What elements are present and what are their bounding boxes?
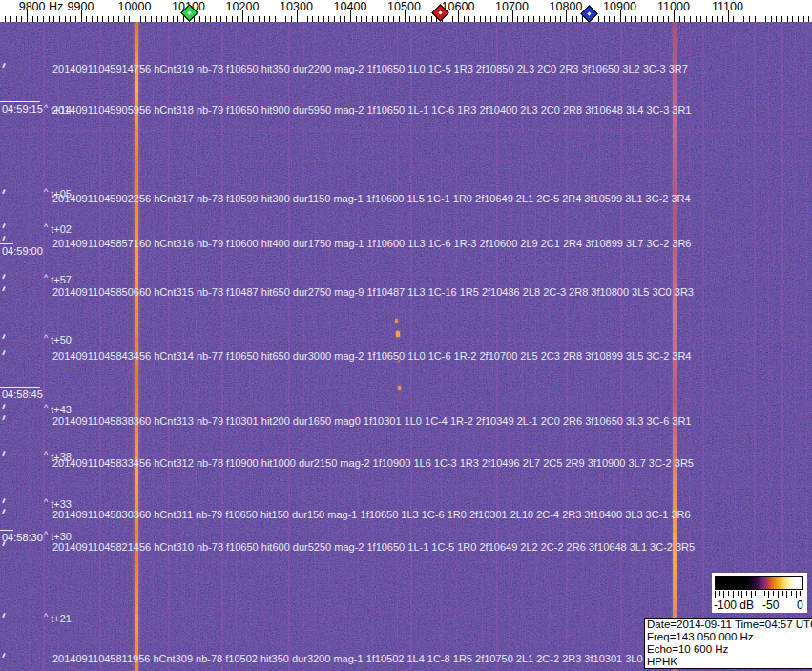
faint-carrier-line (221, 22, 223, 671)
faint-carrier-line (99, 22, 101, 671)
freq-minor-tick (102, 16, 103, 22)
freq-minor-tick (10, 16, 11, 22)
freq-axis-label: 10700 (495, 0, 529, 13)
freq-axis-label: 10900 (603, 0, 636, 13)
freq-minor-tick (167, 16, 168, 22)
freq-minor-tick (70, 16, 71, 22)
db-gradient-bar (715, 576, 803, 590)
freq-minor-tick (259, 16, 260, 22)
faint-carrier-line (620, 22, 622, 671)
faint-carrier-line (522, 22, 523, 671)
freq-minor-tick (733, 16, 734, 22)
freq-minor-tick (684, 16, 685, 22)
faint-noise-band (0, 611, 812, 613)
freq-minor-tick (366, 16, 367, 22)
freq-minor-tick (205, 16, 206, 22)
freq-minor-tick (631, 16, 632, 22)
freq-minor-tick (808, 16, 809, 22)
freq-minor-tick (388, 16, 389, 22)
freq-minor-tick (560, 16, 561, 22)
freq-axis-label: 10500 (387, 0, 421, 13)
freq-minor-tick (216, 16, 217, 22)
freq-minor-tick (145, 16, 146, 22)
freq-minor-tick (43, 16, 44, 22)
status-info-box: Date=2014-09-11 Time=04:57 UTC Freq=143 … (644, 618, 812, 669)
freq-minor-tick (173, 16, 174, 22)
freq-minor-tick (706, 16, 707, 22)
freq-minor-tick (480, 16, 481, 22)
freq-minor-tick (393, 16, 394, 22)
freq-minor-tick (792, 16, 793, 22)
db-scale-tick (778, 591, 779, 598)
freq-minor-tick (323, 16, 324, 22)
faint-noise-band (0, 453, 812, 456)
freq-minor-tick (712, 16, 713, 22)
freq-minor-tick (210, 16, 211, 22)
meteor-echo-blob (398, 360, 400, 363)
faint-carrier-line (566, 22, 568, 671)
faint-noise-band (0, 102, 812, 104)
freq-minor-tick (409, 16, 410, 22)
faint-carrier-line (315, 22, 316, 671)
freq-minor-tick (507, 16, 508, 22)
info-echo: Echo=10 600 Hz (647, 643, 810, 656)
db-scale-tick (728, 591, 729, 596)
faint-carrier-line (549, 22, 550, 671)
freq-minor-tick (177, 16, 178, 22)
freq-minor-tick (604, 16, 605, 22)
faint-noise-band (0, 274, 812, 276)
faint-carrier-line (303, 22, 304, 671)
freq-minor-tick (496, 16, 497, 22)
faint-carrier-line (468, 22, 468, 671)
db-scale-tick (760, 591, 760, 598)
faint-carrier-line (29, 22, 30, 671)
freq-minor-tick (49, 16, 50, 22)
db-scale-tick (738, 591, 739, 596)
faint-carrier-line (196, 22, 197, 671)
blue-freq-marker[interactable] (580, 5, 597, 22)
freq-minor-tick (65, 16, 66, 22)
freq-minor-tick (614, 16, 615, 22)
frequency-axis: 9800 Hz990010000101001020010300104001050… (0, 0, 812, 22)
faint-carrier-line (43, 22, 45, 671)
freq-minor-tick (743, 16, 744, 22)
db-scale-tick (741, 591, 742, 598)
freq-minor-tick (690, 16, 691, 22)
db-scale-tick (768, 591, 769, 598)
freq-minor-tick (377, 16, 378, 22)
freq-axis-label: 10400 (334, 0, 367, 13)
carrier-line-11000hz (673, 22, 677, 671)
freq-minor-tick (32, 16, 33, 22)
faint-carrier-line (496, 22, 498, 671)
freq-minor-tick (625, 16, 626, 22)
db-scale-tick (796, 591, 797, 598)
freq-minor-tick (528, 16, 529, 22)
freq-minor-tick (118, 16, 119, 22)
freq-minor-tick (448, 16, 448, 22)
freq-axis-label: 11000 (657, 0, 690, 13)
faint-carrier-line (633, 22, 634, 671)
freq-minor-tick (803, 16, 804, 22)
db-scale-tick (723, 591, 724, 598)
freq-minor-tick (452, 16, 453, 22)
freq-minor-tick (140, 16, 141, 22)
freq-minor-tick (275, 16, 276, 22)
freq-minor-tick (490, 16, 491, 22)
faint-carrier-line (168, 22, 170, 671)
freq-minor-tick (129, 16, 130, 22)
freq-minor-tick (501, 16, 502, 22)
freq-minor-tick (199, 16, 200, 22)
info-station: HPHK (647, 656, 810, 668)
freq-minor-tick (700, 16, 701, 22)
faint-carrier-line (372, 22, 373, 671)
freq-minor-tick (679, 16, 680, 22)
freq-minor-tick (53, 16, 54, 22)
info-freq: Freq=143 050 000 Hz (647, 631, 810, 643)
freq-minor-tick (151, 16, 152, 22)
freq-minor-tick (539, 16, 540, 22)
freq-minor-tick (755, 16, 756, 22)
freq-minor-tick (361, 16, 362, 22)
faint-noise-band (0, 561, 812, 563)
freq-minor-tick (281, 16, 281, 22)
freq-minor-tick (550, 16, 551, 22)
